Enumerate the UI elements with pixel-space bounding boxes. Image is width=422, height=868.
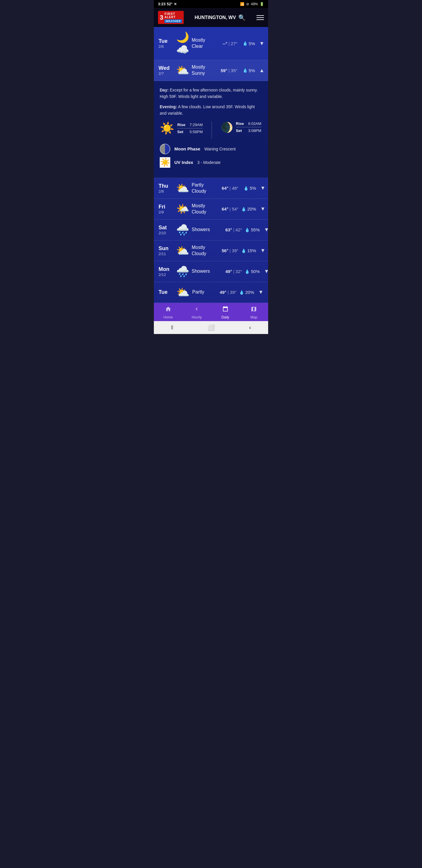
- rain-drop-icon: 💧: [245, 269, 250, 274]
- weather-icon-col: 🌧️: [176, 266, 189, 278]
- menu-button[interactable]: [256, 15, 264, 20]
- precip-col: 💧 50%: [242, 269, 260, 274]
- battery-level: 49%: [251, 2, 258, 6]
- nav-item-daily[interactable]: Daily: [215, 306, 236, 319]
- daily-nav-label: Daily: [221, 315, 229, 319]
- forecast-row[interactable]: Sat 2/10 🌧️ Showers 63° | 42° 💧 55% ▼: [154, 220, 268, 241]
- weather-icon-col: 🌤️: [176, 203, 189, 215]
- chevron-down-icon: ▼: [260, 248, 265, 254]
- home-button[interactable]: ⬜: [207, 324, 215, 331]
- precip-col: 💧 20%: [238, 207, 256, 211]
- precip-value: 20%: [245, 290, 254, 295]
- rain-drop-icon: 💧: [242, 41, 248, 46]
- rain-drop-icon: 💧: [242, 68, 248, 73]
- temp-low: 32°: [236, 269, 242, 274]
- forecast-list: Tue 2/6 🌙☁️ Mostly Clear --° | 27° 💧 5% …: [154, 27, 268, 303]
- evening-forecast-text: Evening: A few clouds. Low around 35F. W…: [160, 103, 262, 117]
- precip-col: 💧 20%: [236, 290, 254, 295]
- nav-item-map[interactable]: Map: [244, 306, 264, 319]
- temp-low: 27°: [231, 41, 238, 46]
- precip-value: 55%: [251, 227, 260, 232]
- precip-col: 💧 5%: [237, 68, 255, 73]
- day-col: Thu 2/8: [159, 183, 176, 193]
- logo-weather: WEATHER: [164, 19, 182, 23]
- uv-value: 3 - Moderate: [197, 160, 220, 165]
- rain-drop-icon: 💧: [241, 248, 246, 253]
- moon-phase-value: Waning Crescent: [204, 147, 236, 151]
- recents-button[interactable]: ⦀: [171, 324, 173, 331]
- day-name: Mon: [159, 266, 176, 272]
- sun-rise-time: 7:29AM: [190, 123, 203, 127]
- day-name: Fri: [159, 204, 176, 210]
- weather-icon-col: ⛅: [176, 182, 189, 194]
- map-nav-icon: [251, 306, 257, 314]
- forecast-row[interactable]: Mon 2/12 🌧️ Showers 49° | 32° 💧 50% ▼: [154, 261, 268, 282]
- evening-label: Evening:: [160, 104, 177, 109]
- day-date: 2/8: [159, 189, 176, 193]
- temp-low: 42°: [236, 227, 242, 232]
- daily-nav-icon: [222, 306, 229, 314]
- temp-high: 63°: [225, 227, 232, 232]
- forecast-row[interactable]: Thu 2/8 ⛅ Partly Cloudy 64° | 48° 💧 5% ▼: [154, 178, 268, 199]
- condition-col: Showers: [189, 268, 210, 275]
- nav-item-hourly[interactable]: Hourly: [186, 306, 207, 319]
- uv-index-row: ☀️ UV Index 3 - Moderate: [160, 157, 262, 168]
- forecast-row[interactable]: Tue ⛅ Partly 49° | 39° 💧 20% ▼: [154, 282, 268, 303]
- condition-text: Mostly Cloudy: [192, 245, 206, 257]
- condition-col: Showers: [189, 227, 210, 233]
- set-label: Set: [177, 130, 187, 134]
- condition-text: Mostly Clear: [192, 37, 205, 50]
- temp-high: 64°: [222, 186, 229, 191]
- chevron-col: ▼: [254, 289, 263, 295]
- chevron-down-icon: ▼: [258, 289, 263, 295]
- moon-icon: 🌒: [221, 121, 233, 133]
- day-date: 2/7: [159, 71, 176, 76]
- temp-low: 54°: [232, 207, 238, 211]
- chevron-down-icon: ▼: [260, 185, 265, 191]
- rain-drop-icon: 💧: [239, 290, 244, 295]
- temp-high: 49°: [220, 290, 227, 295]
- moon-phase-row: Moon Phase Waning Crescent: [160, 144, 262, 154]
- status-bar: 3:23 52° ✕ 📶 ⊘ 49% 🔋: [154, 0, 268, 8]
- day-name: Sat: [159, 225, 176, 231]
- precip-value: 20%: [247, 207, 256, 211]
- condition-col: Mostly Clear: [189, 37, 205, 50]
- temp-high: 56°: [222, 248, 229, 253]
- temp-high: 64°: [222, 207, 229, 211]
- logo-text: FIRST ALERT WEATHER: [164, 12, 182, 23]
- condition-text: Partly: [192, 289, 204, 295]
- forecast-row[interactable]: Wed 2/7 ⛅ Mostly Sunny 59° | 35° 💧 5% ▲: [154, 60, 268, 81]
- map-nav-label: Map: [251, 315, 257, 319]
- chevron-col: ▼: [256, 206, 265, 212]
- search-icon[interactable]: 🔍: [238, 14, 246, 21]
- moon-set-time: 3:08PM: [248, 128, 261, 133]
- sun-icon: ☀️: [160, 121, 174, 135]
- nav-item-home[interactable]: Home: [158, 306, 178, 319]
- condition-col: Partly Cloudy: [189, 182, 206, 194]
- chevron-down-icon: ▼: [264, 227, 268, 233]
- bottom-navigation: HomeHourlyDailyMap: [154, 303, 268, 321]
- chevron-col: ▼: [256, 248, 265, 254]
- back-button[interactable]: ‹: [249, 324, 251, 331]
- temp-col: 56° | 39°: [206, 248, 238, 253]
- condition-text: Showers: [192, 227, 210, 233]
- day-date: 2/11: [159, 252, 176, 256]
- forecast-row[interactable]: Fri 2/9 🌤️ Mostly Cloudy 64° | 54° 💧 20%…: [154, 199, 268, 220]
- rain-drop-icon: 💧: [241, 207, 246, 211]
- temp-col: --° | 27°: [205, 41, 237, 46]
- menu-line-3: [256, 19, 264, 20]
- temp-high: 49°: [225, 269, 232, 274]
- close-icon: ✕: [174, 2, 177, 6]
- battery-icon: 🔋: [260, 2, 264, 6]
- temp-separator: |: [229, 248, 231, 253]
- temp-low: 39°: [232, 248, 238, 253]
- precip-col: 💧 5%: [238, 186, 256, 191]
- menu-line-2: [256, 17, 264, 18]
- forecast-row[interactable]: Sun 2/11 ⛅ Mostly Cloudy 56° | 39° 💧 15%…: [154, 241, 268, 261]
- location-display: HUNTINGTON, WV 🔍: [195, 14, 246, 21]
- temp-separator: |: [229, 68, 230, 73]
- weather-icon: ⛅: [176, 245, 189, 257]
- rain-drop-icon: 💧: [245, 227, 250, 232]
- forecast-row[interactable]: Tue 2/6 🌙☁️ Mostly Clear --° | 27° 💧 5% …: [154, 27, 268, 60]
- day-date: 2/12: [159, 272, 176, 277]
